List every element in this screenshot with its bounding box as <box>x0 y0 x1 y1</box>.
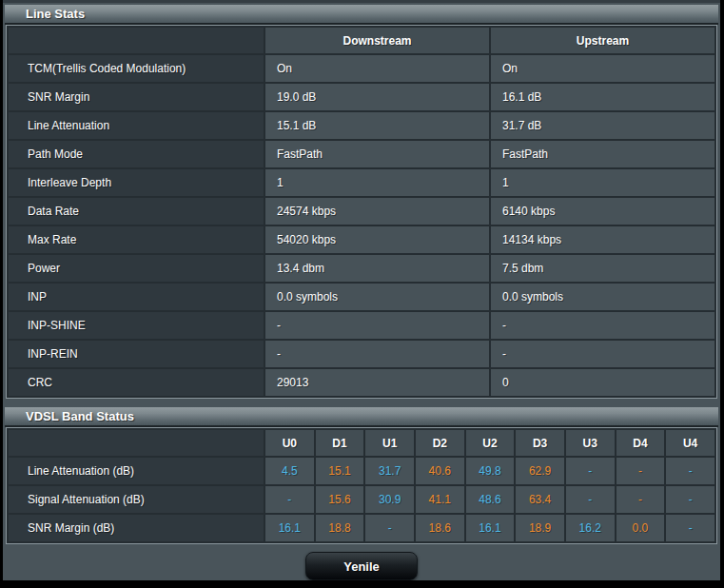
table-row: Data Rate24574 kbps6140 kbps <box>8 197 715 225</box>
stat-downstream-cell: 24574 kbps <box>264 197 490 225</box>
table-row: SNR Margin (dB)16.118.8-18.616.118.916.2… <box>8 514 715 542</box>
band-value-cell: - <box>665 514 715 542</box>
band-value-cell: - <box>665 457 715 485</box>
stat-downstream-cell: On <box>264 54 490 83</box>
table-row: Line Attenuation15.1 dB31.7 dB <box>8 111 715 140</box>
band-column-header: U4 <box>665 429 715 457</box>
stat-label-cell: CRC <box>8 368 264 397</box>
band-value-cell: 16.1 <box>264 514 315 542</box>
band-value-cell: - <box>364 514 415 542</box>
stat-upstream-cell: FastPath <box>490 140 715 168</box>
band-column-header: D3 <box>515 429 565 457</box>
stat-upstream-cell: 14134 kbps <box>490 225 715 254</box>
stat-downstream-cell: FastPath <box>264 140 490 168</box>
line-stats-panel-header: Line Stats <box>5 5 718 25</box>
stat-downstream-cell: 54020 kbps <box>264 225 490 254</box>
stat-upstream-cell: 0 <box>490 368 715 397</box>
band-value-cell: 16.1 <box>465 514 516 542</box>
stat-label-cell: INP-REIN <box>8 340 264 368</box>
stat-upstream-cell: 1 <box>490 168 715 197</box>
vdsl-band-status-table: U0D1U1D2U2D3U3D4U4 Line Attenuation (dB)… <box>7 428 716 543</box>
stat-label-cell: Path Mode <box>8 140 264 168</box>
table-row: Max Rate54020 kbps14134 kbps <box>8 225 715 254</box>
stat-downstream-cell: 15.1 dB <box>264 111 490 140</box>
band-value-cell: 4.5 <box>264 457 315 485</box>
band-column-header: U3 <box>565 429 616 457</box>
band-value-cell: 18.9 <box>515 514 565 542</box>
stat-label-cell: Line Attenuation <box>8 111 264 140</box>
stat-upstream-cell: 6140 kbps <box>490 197 715 225</box>
band-value-cell: 30.9 <box>364 485 415 514</box>
band-value-cell: 31.7 <box>364 457 415 485</box>
stat-label-cell: Power <box>8 254 264 283</box>
band-value-cell: 15.6 <box>315 485 365 514</box>
stat-upstream-cell: - <box>490 311 715 340</box>
table-row: Power13.4 dbm7.5 dbm <box>8 254 715 283</box>
band-value-cell: - <box>264 485 315 514</box>
stat-label-cell: INP-SHINE <box>8 311 264 340</box>
table-row: INP-REIN-- <box>8 340 715 368</box>
band-value-cell: - <box>616 485 666 514</box>
band-value-cell: 49.8 <box>465 457 516 485</box>
stat-downstream-cell: - <box>264 311 490 340</box>
band-stat-label-cell: Signal Attenuation (dB) <box>8 485 264 514</box>
band-column-header: D2 <box>415 429 465 457</box>
line-stats-title: Line Stats <box>26 7 85 21</box>
band-value-cell: 0.0 <box>616 514 666 542</box>
band-value-cell: 41.1 <box>415 485 465 514</box>
stat-label-cell: Data Rate <box>8 197 264 225</box>
table-row: Line Attenuation (dB)4.515.131.740.649.8… <box>8 457 715 485</box>
table-row: INP0.0 symbols0.0 symbols <box>8 283 715 311</box>
stat-upstream-cell: 31.7 dB <box>490 111 715 140</box>
vdsl-band-status-title: VDSL Band Status <box>26 409 134 423</box>
line-stats-table-wrap: Downstream Upstream TCM(Trellis Coded Mo… <box>6 25 717 399</box>
table-row: TCM(Trellis Coded Modulation)OnOn <box>8 54 715 83</box>
band-value-cell: - <box>565 457 616 485</box>
band-value-cell: 18.8 <box>315 514 365 542</box>
stat-downstream-cell: 13.4 dbm <box>264 254 490 283</box>
band-value-cell: - <box>616 457 666 485</box>
stat-downstream-cell: 1 <box>264 168 490 197</box>
column-header-upstream: Upstream <box>490 27 715 54</box>
band-column-header: D4 <box>616 429 666 457</box>
stat-upstream-cell: 7.5 dbm <box>490 254 715 283</box>
table-row: SNR Margin19.0 dB16.1 dB <box>8 83 715 111</box>
band-value-cell: - <box>665 485 715 514</box>
band-value-cell: 18.6 <box>415 514 465 542</box>
table-row: CRC290130 <box>8 368 715 397</box>
band-value-cell: 40.6 <box>415 457 465 485</box>
line-stats-header-row: Downstream Upstream <box>8 27 715 54</box>
table-row: Path ModeFastPathFastPath <box>8 140 715 168</box>
page-content: Line Stats Downstream Upstream TCM(Trell… <box>3 0 720 580</box>
band-value-cell: 16.2 <box>565 514 616 542</box>
stat-upstream-cell: 0.0 symbols <box>490 283 715 311</box>
stat-upstream-cell: 16.1 dB <box>490 83 715 111</box>
stat-upstream-cell: - <box>490 340 715 368</box>
line-stats-header-empty-cell <box>8 27 264 54</box>
stat-label-cell: INP <box>8 283 264 311</box>
band-stat-label-cell: SNR Margin (dB) <box>8 514 264 542</box>
stat-label-cell: SNR Margin <box>8 83 264 111</box>
table-row: Interleave Depth11 <box>8 168 715 197</box>
band-header-empty-cell <box>8 429 264 457</box>
vdsl-band-status-table-wrap: U0D1U1D2U2D3U3D4U4 Line Attenuation (dB)… <box>6 427 717 544</box>
stat-label-cell: TCM(Trellis Coded Modulation) <box>8 54 264 83</box>
stat-downstream-cell: 0.0 symbols <box>264 283 490 311</box>
band-value-cell: 48.6 <box>465 485 516 514</box>
table-row: Signal Attenuation (dB)-15.630.941.148.6… <box>8 485 715 514</box>
refresh-button[interactable]: Yenile <box>305 552 418 580</box>
band-column-header: U2 <box>465 429 516 457</box>
band-value-cell: 62.9 <box>515 457 565 485</box>
band-header-row: U0D1U1D2U2D3U3D4U4 <box>8 429 715 457</box>
band-column-header: U0 <box>264 429 315 457</box>
band-value-cell: 63.4 <box>515 485 565 514</box>
vdsl-band-status-panel-header: VDSL Band Status <box>5 407 718 427</box>
band-value-cell: - <box>565 485 616 514</box>
stat-label-cell: Max Rate <box>8 225 264 254</box>
line-stats-table: Downstream Upstream TCM(Trellis Coded Mo… <box>7 26 716 398</box>
button-row: Yenile <box>5 544 718 588</box>
band-stat-label-cell: Line Attenuation (dB) <box>8 457 264 485</box>
band-column-header: U1 <box>364 429 415 457</box>
stat-downstream-cell: 19.0 dB <box>264 83 490 111</box>
stat-downstream-cell: - <box>264 340 490 368</box>
